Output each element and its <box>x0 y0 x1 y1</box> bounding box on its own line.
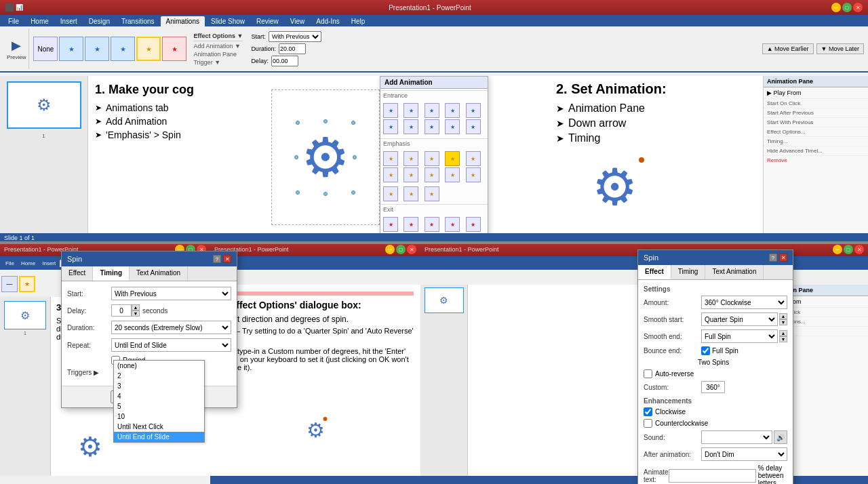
effect-after-anim-select[interactable]: Don't Dim <box>701 447 787 461</box>
auto-reverse-checkbox[interactable] <box>644 369 652 378</box>
window-controls[interactable]: ─ □ ✕ <box>831 3 863 12</box>
effect-close-btn[interactable]: ✕ <box>779 254 787 262</box>
tab-transitions[interactable]: Transitions <box>116 16 160 26</box>
tab-effect[interactable]: Effect <box>62 266 93 281</box>
anim-wipe-cell[interactable]: ★ <box>383 119 398 134</box>
timing-duration-select[interactable]: 20 seconds (Extremely Slow) <box>111 321 231 334</box>
clockwise-checkbox[interactable] <box>644 407 652 416</box>
dd-until-next[interactable]: Until Next Click <box>114 422 204 432</box>
exit-split-cell[interactable]: ★ <box>466 217 481 232</box>
anim-color-pulse-cell[interactable]: ★ <box>403 151 418 166</box>
dd-5[interactable]: 5 <box>114 401 204 411</box>
tab-help[interactable]: Help <box>346 16 371 26</box>
anim-wheel-cell[interactable]: ★ <box>425 119 439 134</box>
effect-amount-select[interactable]: 360° Clockwise <box>701 296 787 309</box>
anim-shape-cell[interactable]: ★ <box>403 119 418 134</box>
dd-3[interactable]: 3 <box>114 381 204 391</box>
effect-tab-timing[interactable]: Timing <box>671 265 706 279</box>
se-down[interactable]: ▼ <box>779 336 787 342</box>
step4-wc[interactable]: ─ □ ✕ <box>385 245 416 254</box>
anim-appear[interactable]: ★ <box>59 37 83 61</box>
anim-appear-cell[interactable]: ★ <box>383 103 398 118</box>
ss-down[interactable]: ▼ <box>779 319 787 325</box>
tab-text-animation[interactable]: Text Animation <box>130 266 188 281</box>
s4-min[interactable]: ─ <box>385 245 395 254</box>
anim-object-color-cell[interactable]: ★ <box>466 167 481 182</box>
anim-fade[interactable]: ★ <box>85 37 109 61</box>
effect-animate-text-input[interactable] <box>669 469 756 483</box>
anim-pulse-cell[interactable]: ★ <box>383 151 398 166</box>
tab-home[interactable]: Home <box>25 16 54 26</box>
tab-view[interactable]: View <box>285 16 311 26</box>
tab-animations[interactable]: Animations <box>161 16 205 26</box>
minimize-button[interactable]: ─ <box>831 3 841 12</box>
timing-dialog-controls[interactable]: ? ✕ <box>213 255 231 263</box>
timing-help-btn[interactable]: ? <box>213 255 221 263</box>
tab-review[interactable]: Review <box>251 16 284 26</box>
animation-pane-label[interactable]: Animation Pane <box>193 51 243 58</box>
anim-none[interactable]: None <box>33 37 58 61</box>
dd-none[interactable]: (none) <box>114 361 204 371</box>
s4-max[interactable]: □ <box>396 245 406 254</box>
anim-pane-item-4[interactable]: Effect Options... <box>764 127 868 137</box>
effect-dialog-controls[interactable]: ? ✕ <box>769 254 787 262</box>
effect-smooth-end-select[interactable]: Full Spin <box>701 329 778 343</box>
move-earlier-btn[interactable]: ▲ Move Earlier <box>762 43 814 54</box>
effect-custom-input[interactable] <box>701 381 725 393</box>
anim-pane-item-1[interactable]: Start On Click <box>764 99 868 108</box>
timing-delay-input[interactable] <box>111 304 132 317</box>
effect-tab-text[interactable]: Text Animation <box>705 265 764 279</box>
anim-line-color-cell[interactable]: ★ <box>403 186 418 201</box>
preview-icon[interactable]: ▶ <box>12 38 21 53</box>
s4-close[interactable]: ✕ <box>407 245 416 254</box>
tab-file[interactable]: File <box>3 16 24 26</box>
anim-fly-in-cell[interactable]: ★ <box>425 103 439 118</box>
close-button[interactable]: ✕ <box>853 3 863 12</box>
dd-2[interactable]: 2 <box>114 371 204 381</box>
exit-float-cell[interactable]: ★ <box>445 217 460 232</box>
counterclockwise-checkbox[interactable] <box>644 419 652 428</box>
move-later-btn[interactable]: ▼ Move Later <box>816 43 864 54</box>
br-max[interactable]: □ <box>844 245 853 254</box>
timing-close-btn[interactable]: ✕ <box>223 255 231 263</box>
effect-smooth-start-select[interactable]: Quarter Spin <box>701 312 778 326</box>
play-from-btn[interactable]: ▶ Play From <box>764 87 868 99</box>
dd-10[interactable]: 10 <box>114 411 204 422</box>
anim-teeter-cell[interactable]: ★ <box>425 151 439 166</box>
br-wc[interactable]: ─ □ ✕ <box>833 245 864 254</box>
start-select[interactable]: With Previous <box>269 31 321 42</box>
se-up[interactable]: ▲ <box>779 330 787 336</box>
anim-pane-item-2[interactable]: Start After Previous <box>764 108 868 118</box>
bl-anim-spin[interactable]: ★ <box>19 276 35 292</box>
anim-complementary-cell[interactable]: ★ <box>383 186 398 201</box>
ss-up[interactable]: ▲ <box>779 313 787 319</box>
tab-insert[interactable]: Insert <box>55 16 83 26</box>
anim-pane-item-6[interactable]: Hide Advanced Timel... <box>764 146 868 156</box>
tab-slideshow[interactable]: Slide Show <box>205 16 250 26</box>
anim-fill-color-cell[interactable]: ★ <box>425 186 439 201</box>
exit-disappear-cell[interactable]: ★ <box>383 217 398 232</box>
bl-tab-file[interactable]: File <box>3 260 17 267</box>
slide-thumb-1[interactable]: ⚙ <box>7 81 81 129</box>
dd-until-end[interactable]: Until End of Slide <box>114 432 204 442</box>
anim-lighten-cell[interactable]: ★ <box>425 167 439 182</box>
br-slide-thumb[interactable]: ⚙ <box>425 287 464 313</box>
sound-icon-btn[interactable]: 🔊 <box>774 430 787 444</box>
exit-fly-cell[interactable]: ★ <box>425 217 439 232</box>
tab-addins[interactable]: Add-Ins <box>311 16 344 26</box>
anim-fade-cell[interactable]: ★ <box>403 103 418 118</box>
delay-down-arrow[interactable]: ▼ <box>132 310 140 317</box>
anim-random-cell[interactable]: ★ <box>445 119 460 134</box>
timing-repeat-select[interactable]: Until End of Slide <box>111 338 231 352</box>
main-cog-slide1[interactable]: ⚙ <box>301 126 350 189</box>
tab-design[interactable]: Design <box>83 16 115 26</box>
anim-split-cell[interactable]: ★ <box>466 103 481 118</box>
anim-pane-item-5[interactable]: Timing... <box>764 137 868 146</box>
bl-slide-thumb[interactable]: ⚙ <box>4 301 46 329</box>
add-animation-label[interactable]: Add Animation ▼ <box>193 43 243 49</box>
anim-spin[interactable]: ★ <box>136 37 161 61</box>
anim-spin-cell selected[interactable]: ★ <box>445 151 460 166</box>
anim-fly[interactable]: ★ <box>111 37 135 61</box>
bl-anim-none[interactable]: — <box>1 276 18 292</box>
dd-4[interactable]: 4 <box>114 391 204 401</box>
